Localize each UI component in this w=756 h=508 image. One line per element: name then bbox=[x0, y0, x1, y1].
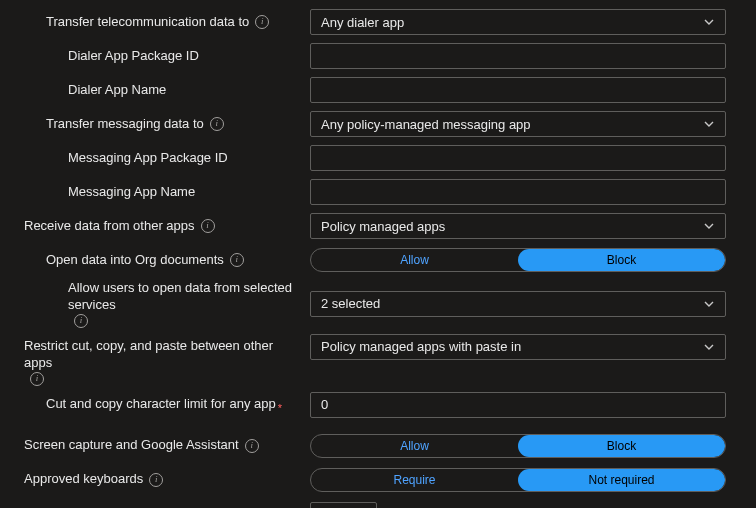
chevron-down-icon bbox=[703, 118, 715, 130]
chevron-down-icon bbox=[703, 220, 715, 232]
transfer-messaging-select[interactable]: Any policy-managed messaging app bbox=[310, 111, 726, 137]
dialer-package-label: Dialer App Package ID bbox=[68, 48, 199, 65]
transfer-telecom-select[interactable]: Any dialer app bbox=[310, 9, 726, 35]
open-services-value: 2 selected bbox=[321, 296, 380, 311]
messaging-name-label: Messaging App Name bbox=[68, 184, 195, 201]
receive-data-select[interactable]: Policy managed apps bbox=[310, 213, 726, 239]
keyboards-require[interactable]: Require bbox=[311, 469, 518, 491]
info-icon[interactable]: i bbox=[149, 473, 163, 487]
screen-capture-toggle[interactable]: Allow Block bbox=[310, 434, 726, 458]
open-org-label: Open data into Org documents bbox=[46, 252, 224, 269]
dialer-name-input[interactable] bbox=[310, 77, 726, 103]
approved-keyboards-toggle[interactable]: Require Not required bbox=[310, 468, 726, 492]
info-icon[interactable]: i bbox=[30, 372, 44, 386]
messaging-package-label: Messaging App Package ID bbox=[68, 150, 228, 167]
dialer-name-label: Dialer App Name bbox=[68, 82, 166, 99]
messaging-package-input[interactable] bbox=[310, 145, 726, 171]
transfer-telecom-label: Transfer telecommunication data to bbox=[46, 14, 249, 31]
required-indicator: * bbox=[278, 401, 282, 415]
info-icon[interactable]: i bbox=[210, 117, 224, 131]
chevron-down-icon bbox=[703, 298, 715, 310]
select-keyboards-button[interactable]: Select bbox=[310, 502, 377, 508]
open-services-select[interactable]: 2 selected bbox=[310, 291, 726, 317]
open-services-label: Allow users to open data from selected s… bbox=[68, 280, 294, 314]
restrict-cut-value: Policy managed apps with paste in bbox=[321, 339, 521, 354]
char-limit-input[interactable] bbox=[310, 392, 726, 418]
screen-capture-block[interactable]: Block bbox=[518, 435, 725, 457]
open-org-allow[interactable]: Allow bbox=[311, 249, 518, 271]
messaging-name-input[interactable] bbox=[310, 179, 726, 205]
info-icon[interactable]: i bbox=[245, 439, 259, 453]
char-limit-label: Cut and copy character limit for any app bbox=[46, 396, 276, 413]
open-org-block[interactable]: Block bbox=[518, 249, 725, 271]
info-icon[interactable]: i bbox=[74, 314, 88, 328]
screen-capture-allow[interactable]: Allow bbox=[311, 435, 518, 457]
open-org-toggle[interactable]: Allow Block bbox=[310, 248, 726, 272]
restrict-cut-label: Restrict cut, copy, and paste between ot… bbox=[24, 338, 294, 372]
restrict-cut-select[interactable]: Policy managed apps with paste in bbox=[310, 334, 726, 360]
dialer-package-input[interactable] bbox=[310, 43, 726, 69]
chevron-down-icon bbox=[703, 16, 715, 28]
transfer-telecom-value: Any dialer app bbox=[321, 15, 404, 30]
approved-keyboards-label: Approved keyboards bbox=[24, 471, 143, 488]
chevron-down-icon bbox=[703, 341, 715, 353]
transfer-messaging-value: Any policy-managed messaging app bbox=[321, 117, 531, 132]
info-icon[interactable]: i bbox=[255, 15, 269, 29]
info-icon[interactable]: i bbox=[201, 219, 215, 233]
keyboards-not-required[interactable]: Not required bbox=[518, 469, 725, 491]
transfer-messaging-label: Transfer messaging data to bbox=[46, 116, 204, 133]
info-icon[interactable]: i bbox=[230, 253, 244, 267]
screen-capture-label: Screen capture and Google Assistant bbox=[24, 437, 239, 454]
receive-data-value: Policy managed apps bbox=[321, 219, 445, 234]
receive-data-label: Receive data from other apps bbox=[24, 218, 195, 235]
